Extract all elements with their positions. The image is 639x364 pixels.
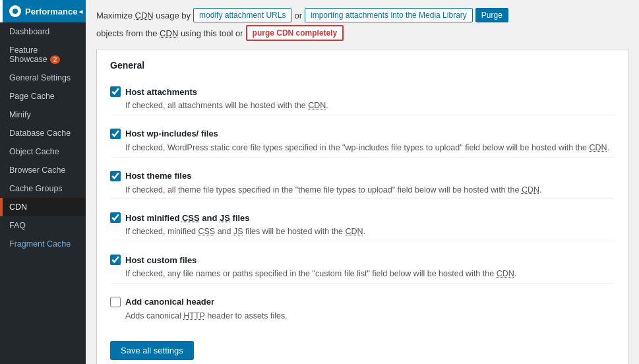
sidebar-item-label-fragment-cache: Fragment Cache (9, 239, 71, 249)
import-attachments-button[interactable]: importing attachments into the Media Lib… (305, 8, 473, 22)
divider-host-custom (110, 283, 615, 284)
label-add-canonical[interactable]: Add canonical header (110, 297, 615, 307)
sidebar-item-label-database-cache: Database Cache (9, 129, 71, 138)
description-host-attachments: If checked, all attachments will be host… (110, 100, 615, 112)
sidebar-item-page-cache[interactable]: Page Cache (0, 87, 86, 106)
checkbox-host-wp-includes[interactable] (110, 129, 121, 139)
label-host-theme-files[interactable]: Host theme files (110, 171, 615, 181)
sidebar-item-fragment-cache[interactable]: Fragment Cache (0, 235, 86, 253)
checkbox-host-custom[interactable] (110, 255, 121, 265)
sidebar-item-label-dashboard: Dashboard (9, 27, 49, 36)
sidebar-performance-label: Performance (25, 7, 77, 16)
sidebar-item-label-page-cache: Page Cache (9, 92, 55, 101)
modify-attachment-urls-button[interactable]: modify attachment URLs (193, 8, 291, 22)
description-add-canonical: Adds canonical HTTP header to assets fil… (110, 310, 615, 322)
divider-host-theme-files (110, 198, 615, 199)
svg-point-0 (13, 9, 18, 14)
label-text-host-wp-includes: Host wp-includes/ files (125, 129, 218, 138)
form-row-host-custom: Host custom filesIf checked, any file na… (110, 255, 615, 284)
sidebar-item-label-object-cache: Object Cache (9, 147, 59, 156)
sidebar-item-label-cdn: CDN (9, 202, 27, 212)
label-host-custom[interactable]: Host custom files (110, 255, 615, 265)
checkbox-host-minified[interactable] (110, 212, 121, 223)
description-host-minified: If checked, minified CSS and JS files wi… (110, 226, 615, 238)
form-row-host-wp-includes: Host wp-includes/ filesIf checked, WordP… (110, 129, 615, 158)
top-bar: Maximize CDN usage by modify attachment … (86, 0, 639, 49)
save-all-settings-button[interactable]: Save all settings (110, 341, 194, 360)
checkbox-host-theme-files[interactable] (110, 171, 121, 181)
label-host-wp-includes[interactable]: Host wp-includes/ files (110, 129, 615, 139)
purge-button[interactable]: Purge (475, 8, 508, 22)
form-row-add-canonical: Add canonical headerAdds canonical HTTP … (110, 297, 615, 322)
or-text-1: or (294, 11, 302, 20)
label-host-attachments[interactable]: Host attachments (110, 86, 615, 97)
maximize-text: Maximize CDN usage by (96, 11, 191, 20)
sidebar-performance[interactable]: Performance ◄ (0, 0, 86, 22)
form-row-host-attachments: Host attachmentsIf checked, all attachme… (110, 86, 615, 115)
description-host-custom: If checked, any file names or paths spec… (110, 268, 615, 280)
label-text-host-minified: Host minified CSS and JS files (125, 213, 250, 223)
sidebar-item-browser-cache[interactable]: Browser Cache (0, 161, 86, 179)
description-host-theme-files: If checked, all theme file types specifi… (110, 184, 615, 197)
sidebar-item-label-browser-cache: Browser Cache (9, 166, 65, 175)
label-text-add-canonical: Add canonical header (125, 297, 214, 307)
form-row-host-theme-files: Host theme filesIf checked, all theme fi… (110, 171, 615, 200)
sidebar-item-label-general-settings: General Settings (9, 73, 71, 82)
label-host-minified[interactable]: Host minified CSS and JS files (110, 212, 615, 223)
divider-host-minified (110, 241, 615, 241)
section-title: General (110, 60, 615, 76)
checkbox-add-canonical[interactable] (110, 297, 121, 307)
sidebar-item-label-feature-showcase: Feature Showcase (9, 46, 47, 64)
sidebar-item-database-cache[interactable]: Database Cache (0, 124, 86, 142)
sidebar-item-faq[interactable]: FAQ (0, 216, 86, 235)
sidebar-item-cdn[interactable]: CDN (0, 198, 86, 216)
divider-host-wp-includes (110, 157, 615, 158)
main-content: Maximize CDN usage by modify attachment … (86, 0, 639, 364)
general-section: General Host attachmentsIf checked, all … (96, 49, 628, 364)
checkbox-host-attachments[interactable] (110, 86, 121, 97)
sidebar-arrow-icon: ◄ (77, 8, 84, 15)
label-text-host-theme-files: Host theme files (125, 171, 191, 181)
sidebar-item-dashboard[interactable]: Dashboard (0, 22, 86, 41)
sidebar-item-label-minify: Minify (9, 110, 31, 119)
label-text-host-attachments: Host attachments (125, 87, 197, 97)
divider-host-attachments (110, 115, 615, 115)
label-text-host-custom: Host custom files (125, 255, 197, 265)
sidebar-item-label-faq: FAQ (9, 221, 26, 230)
sidebar-badge-feature-showcase: 2 (50, 55, 61, 64)
sidebar: Performance ◄ DashboardFeature Showcase2… (0, 0, 86, 364)
description-host-wp-includes: If checked, WordPress static core file t… (110, 142, 615, 154)
performance-icon (9, 5, 21, 17)
sidebar-item-label-cache-groups: Cache Groups (9, 184, 63, 193)
sidebar-item-minify[interactable]: Minify (0, 106, 86, 124)
sidebar-item-feature-showcase[interactable]: Feature Showcase2 (0, 41, 86, 69)
form-row-host-minified: Host minified CSS and JS filesIf checked… (110, 212, 615, 241)
sidebar-item-general-settings[interactable]: General Settings (0, 69, 86, 87)
purge-cdn-completely-button[interactable]: purge CDN completely (246, 25, 344, 41)
sidebar-item-cache-groups[interactable]: Cache Groups (0, 179, 86, 198)
objects-text: objects from the CDN using this tool or (96, 28, 243, 38)
sidebar-item-object-cache[interactable]: Object Cache (0, 142, 86, 161)
